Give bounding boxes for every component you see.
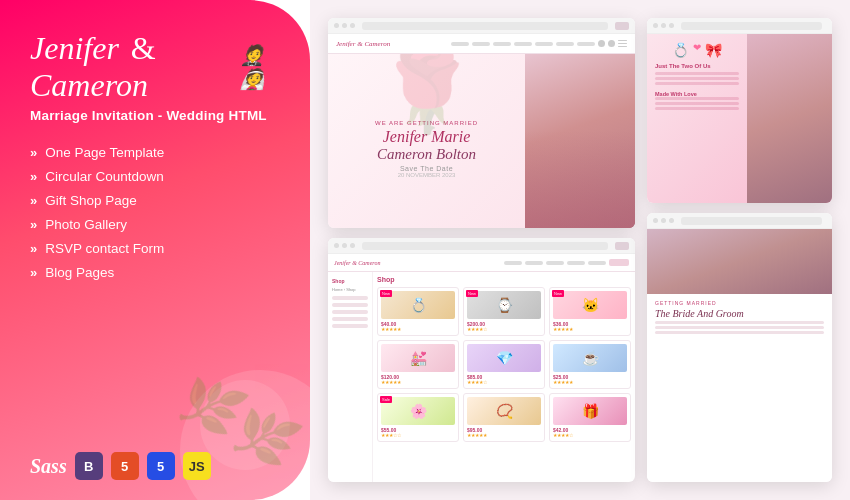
product-stars-3: ★★★★★ xyxy=(553,327,627,332)
couple-photo-sim-2 xyxy=(747,34,832,203)
product-card-9: 🎁 $42.00 ★★★★☆ xyxy=(549,393,631,442)
browser-bar-2 xyxy=(328,238,635,254)
sass-badge: Sass xyxy=(30,455,67,478)
nav-item-3 xyxy=(493,42,511,46)
arrow-icon-1: » xyxy=(30,145,37,160)
shop-nav-item-4 xyxy=(567,261,585,265)
nav-brand: Jenifer & Cameron xyxy=(336,40,390,48)
features-list: » One Page Template » Circular Countdown… xyxy=(30,145,280,289)
feature-item-3: » Gift Shop Page xyxy=(30,193,280,208)
shop-content: Shop Home › Shop Shop New xyxy=(328,272,635,482)
arrow-icon-3: » xyxy=(30,193,37,208)
brand-name: Jenifer & Cameron xyxy=(30,30,232,104)
bootstrap-badge: B xyxy=(75,452,103,480)
arrow-icon-4: » xyxy=(30,217,37,232)
html5-badge: 5 xyxy=(111,452,139,480)
nav-menu-icon xyxy=(618,40,627,48)
sidebar-filter-4 xyxy=(332,317,368,321)
arrow-icon-5: » xyxy=(30,241,37,256)
browser-url-1 xyxy=(362,22,608,30)
hero-name2: Cameron Bolton xyxy=(377,146,476,163)
product-badge-2: New xyxy=(466,290,478,297)
sidebar-breadcrumb: Home › Shop xyxy=(332,287,368,292)
getting-married-badge: GETTING MARRIED xyxy=(655,300,824,306)
product-stars-8: ★★★★★ xyxy=(467,433,541,438)
bride-groom-title: The Bride And Groom xyxy=(655,308,824,319)
jewelry-icon: 💍 xyxy=(410,297,427,313)
product-stars-9: ★★★★☆ xyxy=(553,433,627,438)
product-card-3: New 🐱 $36.00 ★★★★★ xyxy=(549,287,631,336)
wedding-hero: 🌹 We Are Getting Married Jenifer Marie C… xyxy=(328,54,635,228)
shop-page-title: Shop xyxy=(377,276,631,283)
product-card-6: ☕ $25.00 ★★★★★ xyxy=(549,340,631,389)
sidebar-filter-1 xyxy=(332,296,368,300)
browser-dot-4 xyxy=(334,243,339,248)
nav-user-icon xyxy=(608,40,615,47)
save-date-text: Save The Date xyxy=(400,165,453,172)
product-image-1: 💍 xyxy=(381,291,455,319)
product-card-8: 📿 $95.00 ★★★★★ xyxy=(463,393,545,442)
browser-dot-3 xyxy=(350,23,355,28)
side-top-browser: 💍 ❤ 🎀 Just The Two Of Us Made With Love xyxy=(647,18,832,203)
shop-nav-item-5 xyxy=(588,261,606,265)
left-panel: Jenifer & Cameron 🤵👰 Marriage Invitation… xyxy=(0,0,310,500)
product-stars-5: ★★★★☆ xyxy=(467,380,541,385)
css3-badge: 5 xyxy=(147,452,175,480)
sidebar-filter-5 xyxy=(332,324,368,328)
side-line-2 xyxy=(655,77,739,80)
rose-decoration: 🌹 xyxy=(377,54,477,138)
side-line-1 xyxy=(655,72,739,75)
watch-icon: ⌚ xyxy=(496,297,513,313)
wedding-date: 20 NOVEMBER 2023 xyxy=(398,172,456,178)
feature-item-1: » One Page Template xyxy=(30,145,280,160)
shop-nav-item-3 xyxy=(546,261,564,265)
browser-dot-2 xyxy=(342,23,347,28)
shop-nav-brand: Jenifer & Cameron xyxy=(334,260,380,266)
main-screens-column: Jenifer & Cameron xyxy=(328,18,635,482)
feature-item-5: » RSVP contact Form xyxy=(30,241,280,256)
product-stars-7: ★★★☆☆ xyxy=(381,433,455,438)
arrow-icon-6: » xyxy=(30,265,37,280)
browser-url-2 xyxy=(362,242,608,250)
hamburger-line-1 xyxy=(618,40,627,42)
browser-bar-4 xyxy=(647,213,832,229)
product-card-5: 💎 $85.00 ★★★★☆ xyxy=(463,340,545,389)
side-line-3 xyxy=(655,82,739,85)
side-top-title1: Just The Two Of Us xyxy=(655,63,739,69)
wedding-nav: Jenifer & Cameron xyxy=(328,34,635,54)
outdoor-couple-photo xyxy=(647,229,832,294)
shop-sidebar: Shop Home › Shop xyxy=(328,272,373,482)
browser-dot-6 xyxy=(350,243,355,248)
couple-icon: 🤵👰 xyxy=(240,43,280,91)
screens-container: Jenifer & Cameron xyxy=(328,18,832,482)
bow-icon-right: 🎀 xyxy=(705,42,722,58)
flower-icon: 🌸 xyxy=(410,403,427,419)
shop-nav-items xyxy=(504,259,629,266)
product-card-7: Sale 🌸 $55.00 ★★★☆☆ xyxy=(377,393,459,442)
browser-url-3 xyxy=(681,22,822,30)
browser-dot-12 xyxy=(669,218,674,223)
mug-icon: ☕ xyxy=(582,350,599,366)
shop-nav: Jenifer & Cameron xyxy=(328,254,635,272)
hamburger-line-2 xyxy=(618,43,627,45)
product-image-3: 🐱 xyxy=(553,291,627,319)
product-image-7: 🌸 xyxy=(381,397,455,425)
couple-photo-sim xyxy=(525,54,635,228)
browser-url-4 xyxy=(681,217,822,225)
side-bottom-content: GETTING MARRIED The Bride And Groom xyxy=(647,229,832,482)
product-image-2: ⌚ xyxy=(467,291,541,319)
browser-dot-7 xyxy=(653,23,658,28)
browser-icon-area-2 xyxy=(615,242,629,250)
shop-main: Shop New 💍 $40.00 ★★★★★ xyxy=(373,272,635,482)
hamburger-line-3 xyxy=(618,46,627,48)
product-card-1: New 💍 $40.00 ★★★★★ xyxy=(377,287,459,336)
product-image-9: 🎁 xyxy=(553,397,627,425)
nav-item-1 xyxy=(451,42,469,46)
nav-item-4 xyxy=(514,42,532,46)
bracelet-icon: 📿 xyxy=(496,403,513,419)
product-stars-4: ★★★★★ xyxy=(381,380,455,385)
side-bottom-hero xyxy=(647,229,832,294)
product-card-4: 💒 $120.00 ★★★★★ xyxy=(377,340,459,389)
side-couple-photo xyxy=(747,34,832,203)
ring-icons-area: 💍 ❤ 🎀 xyxy=(655,42,739,58)
